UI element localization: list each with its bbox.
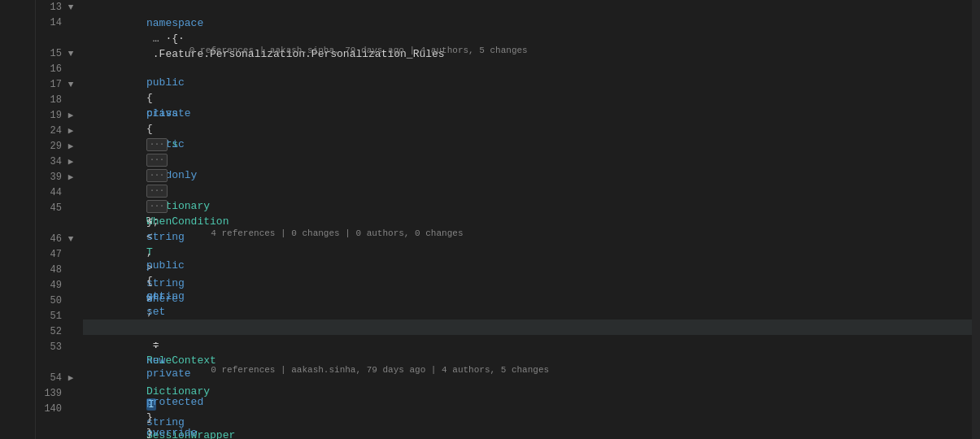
indent-140: [146, 411, 172, 424]
ln-45: 45: [36, 201, 62, 216]
code-line-29: ···: [83, 137, 972, 152]
ln-140: 140: [36, 402, 62, 417]
code-line-16: {: [83, 59, 972, 75]
fold-50: [65, 293, 76, 309]
code-line-meta3: 0 references | aakash.sinha, 79 days ago…: [83, 350, 972, 363]
fold-19[interactable]: ▶: [65, 108, 76, 124]
fold-52: [65, 324, 76, 340]
ln-47: 47: [36, 247, 62, 263]
code-line-140: }: [83, 394, 972, 410]
kw-override: override: [146, 427, 197, 439]
fold-17[interactable]: ▼: [65, 77, 76, 93]
ln-44: 44: [36, 185, 62, 201]
code-line-50: }: [83, 289, 972, 304]
code-line-52: 💡 private I SessionWrapper sessionWrappe…: [83, 319, 972, 335]
code-line-15: public class Users < T > : WhenCondition…: [83, 44, 972, 59]
fold-45: [65, 201, 76, 216]
fold-39[interactable]: ▶: [65, 170, 76, 185]
ln-meta2: [36, 216, 62, 232]
brace-close-140: }: [146, 427, 153, 439]
fold-34[interactable]: ▶: [65, 154, 76, 170]
fold-49: [65, 278, 76, 293]
code-line-49: set ;: [83, 273, 972, 289]
fold-139: [65, 386, 76, 402]
fold-16: [65, 62, 76, 77]
fold-29[interactable]: ▶: [65, 139, 76, 154]
fold-meta1: [65, 31, 76, 46]
code-line-53: [83, 335, 972, 350]
fold-44: [65, 185, 76, 201]
fold-54[interactable]: ▶: [65, 371, 76, 386]
code-line-51: [83, 304, 972, 319]
ln-50: 50: [36, 293, 62, 309]
code-line-meta2: 4 references | 0 changes | 0 authors, 0 …: [83, 214, 972, 227]
ln-16: 16: [36, 62, 62, 77]
fold-53: [65, 340, 76, 355]
fold-14: [65, 15, 76, 31]
fold-column: ▼ ▼ ▼ ▶ ▶ ▶ ▶ ▶ ▼: [65, 0, 76, 439]
fold-47: [65, 247, 76, 263]
left-gutter: [0, 0, 36, 439]
code-line-34: ···: [83, 152, 972, 167]
fold-13[interactable]: ▼: [65, 0, 76, 15]
ln-34: 34: [36, 154, 62, 170]
vertical-scrollbar[interactable]: [972, 0, 980, 439]
code-lines: namespace … · · .Feature.Personalization…: [76, 0, 972, 439]
ln-54: 54: [36, 371, 62, 386]
ln-49: 49: [36, 278, 62, 293]
code-line-46: public string UserName: [83, 227, 972, 242]
code-line-13: namespace … · · .Feature.Personalization…: [83, 0, 972, 15]
fold-140: [65, 402, 76, 417]
ln-meta1: [36, 31, 62, 46]
code-line-17: private static readonly Dictionary < str…: [83, 75, 972, 90]
code-line-18: {: [83, 90, 972, 106]
fold-48: [65, 263, 76, 278]
ln-14: 14: [36, 15, 62, 31]
code-line-48: get ;: [83, 258, 972, 273]
ln-51: 51: [36, 309, 62, 324]
code-area: 13 14 15 16 17 18 19 24 29 34 39 44 45 4…: [36, 0, 972, 439]
ln-39: 39: [36, 170, 62, 185]
ln-17: 17: [36, 77, 62, 93]
ln-29: 29: [36, 139, 62, 154]
ln-18: 18: [36, 93, 62, 108]
bulb-icon[interactable]: 💡: [76, 320, 79, 336]
ln-15: 15: [36, 46, 62, 62]
code-line-139: }: [83, 379, 972, 394]
fold-18: [65, 93, 76, 108]
code-line-47: {: [83, 242, 972, 258]
code-line-45: [83, 198, 972, 214]
ln-24: 24: [36, 124, 62, 139]
code-line-meta1: 0 references | aakash.sinha, 79 days ago…: [83, 31, 972, 44]
code-line-54: protected override bool Execute ( T rule…: [83, 363, 972, 379]
lines-container: 13 14 15 16 17 18 19 24 29 34 39 44 45 4…: [36, 0, 972, 439]
code-line-19: ···: [83, 106, 972, 121]
fold-46[interactable]: ▼: [65, 232, 76, 247]
ln-13: 13: [36, 0, 62, 15]
ln-52: 52: [36, 324, 62, 340]
fold-meta2: [65, 216, 76, 232]
code-line-24: ···: [83, 121, 972, 137]
ln-53: 53: [36, 340, 62, 355]
ln-meta3: [36, 355, 62, 371]
fold-15[interactable]: ▼: [65, 46, 76, 62]
fold-meta3: [65, 355, 76, 371]
fold-51: [65, 309, 76, 324]
code-line-44: };: [83, 183, 972, 198]
line-numbers: 13 14 15 16 17 18 19 24 29 34 39 44 45 4…: [36, 0, 65, 439]
editor-container: 13 14 15 16 17 18 19 24 29 34 39 44 45 4…: [0, 0, 980, 439]
code-line-39: ···: [83, 167, 972, 183]
ln-48: 48: [36, 263, 62, 278]
ln-139: 139: [36, 386, 62, 402]
ln-46: 46: [36, 232, 62, 247]
ln-19: 19: [36, 108, 62, 124]
fold-24[interactable]: ▶: [65, 124, 76, 139]
code-line-14: {: [83, 15, 972, 31]
